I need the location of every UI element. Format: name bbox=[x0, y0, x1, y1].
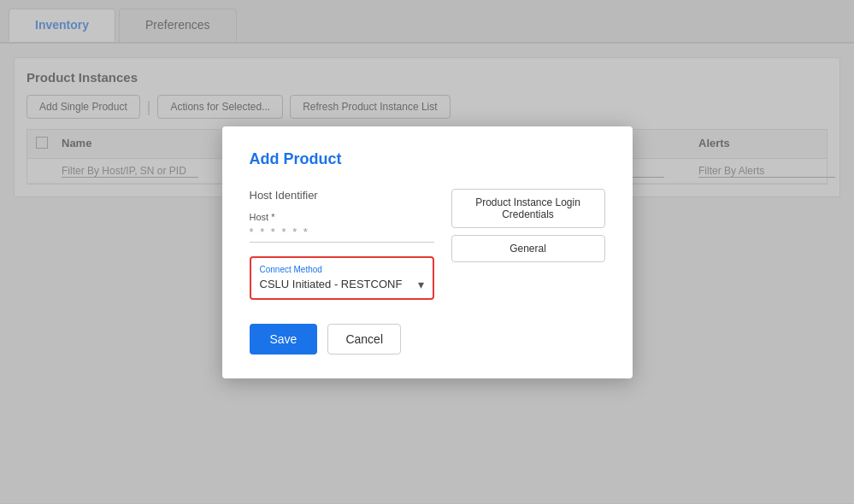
chevron-down-icon: ▾ bbox=[418, 278, 424, 291]
connect-method-label: Connect Method bbox=[260, 265, 424, 274]
add-product-modal: Add Product Host Identifier Host * * * *… bbox=[222, 126, 633, 378]
save-button[interactable]: Save bbox=[250, 324, 318, 355]
modal-footer: Save Cancel bbox=[250, 324, 605, 355]
modal-title: Add Product bbox=[250, 150, 605, 168]
product-instance-login-credentials-button[interactable]: Product Instance Login Credentials bbox=[451, 189, 605, 228]
connect-method-wrapper: Connect Method CSLU Initiated - RESTCONF… bbox=[250, 256, 434, 300]
connect-method-select[interactable]: CSLU Initiated - RESTCONF ▾ bbox=[260, 278, 424, 291]
connect-method-value: CSLU Initiated - RESTCONF bbox=[260, 278, 403, 290]
modal-left: Host Identifier Host * * * * * * * Conne… bbox=[250, 189, 434, 300]
host-identifier-label: Host Identifier bbox=[250, 189, 434, 202]
modal-overlay: Add Product Host Identifier Host * * * *… bbox=[0, 0, 854, 504]
general-button[interactable]: General bbox=[451, 235, 605, 262]
host-value: * * * * * * bbox=[250, 226, 434, 243]
modal-right: Product Instance Login Credentials Gener… bbox=[451, 189, 605, 300]
cancel-button[interactable]: Cancel bbox=[327, 324, 401, 355]
modal-body: Host Identifier Host * * * * * * * Conne… bbox=[250, 189, 605, 300]
host-field-label: Host * bbox=[250, 212, 434, 222]
